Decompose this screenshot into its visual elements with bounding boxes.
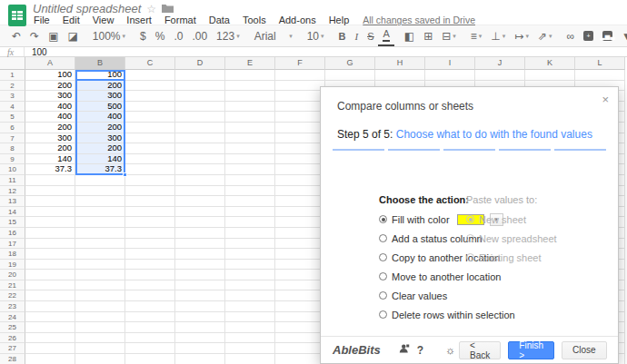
radio-delete-rows-within-selection[interactable]: [379, 310, 387, 319]
cell-A11[interactable]: [25, 175, 75, 186]
cell-F11[interactable]: [275, 175, 325, 186]
cell-A24[interactable]: [25, 312, 75, 323]
cell-D7[interactable]: [175, 133, 225, 144]
cell-A9[interactable]: 140: [25, 154, 75, 165]
cell-B3[interactable]: 300: [75, 91, 125, 102]
cell-A19[interactable]: [25, 260, 75, 271]
cell-C8[interactable]: [125, 143, 175, 154]
cell-D14[interactable]: [175, 207, 225, 218]
cell-B27[interactable]: [75, 343, 125, 354]
cell-F2[interactable]: [275, 81, 325, 92]
cell-F21[interactable]: [275, 280, 325, 291]
cell-F17[interactable]: [275, 239, 325, 250]
cell-C27[interactable]: [125, 343, 175, 354]
cell-A6[interactable]: 200: [25, 123, 75, 133]
cell-B23[interactable]: [75, 301, 125, 312]
cell-F13[interactable]: [275, 196, 325, 207]
cell-E7[interactable]: [225, 133, 275, 144]
row-header-7[interactable]: 7: [0, 133, 25, 144]
strikethrough-button[interactable]: S: [363, 25, 378, 46]
cell-F4[interactable]: [275, 102, 325, 113]
cell-B10[interactable]: 37.3: [75, 164, 125, 175]
bold-button[interactable]: B: [334, 25, 351, 46]
cell-D5[interactable]: [175, 112, 225, 123]
cell-A3[interactable]: 300: [25, 91, 75, 102]
row-header-22[interactable]: 22: [0, 290, 25, 301]
cell-C4[interactable]: [125, 102, 175, 113]
row-header-1[interactable]: 1: [0, 70, 25, 81]
cell-B1[interactable]: 100: [75, 70, 125, 81]
cell-F23[interactable]: [275, 301, 325, 312]
cell-A16[interactable]: [25, 228, 75, 239]
column-header-I[interactable]: I: [425, 57, 475, 70]
cell-E16[interactable]: [225, 228, 275, 239]
cell-D28[interactable]: [175, 354, 225, 364]
cell-A13[interactable]: [25, 196, 75, 207]
cell-E8[interactable]: [225, 143, 275, 154]
cell-C21[interactable]: [125, 280, 175, 291]
cell-D9[interactable]: [175, 154, 225, 165]
cell-A25[interactable]: [25, 322, 75, 333]
fill-color-icon[interactable]: ◧: [400, 25, 419, 46]
cell-L1[interactable]: [575, 70, 625, 81]
select-all-corner[interactable]: [0, 57, 25, 70]
cell-A7[interactable]: 300: [25, 133, 75, 144]
cell-A18[interactable]: [25, 249, 75, 260]
insert-chart-icon[interactable]: ▂▅▃: [598, 25, 617, 46]
finish-button[interactable]: Finish >: [508, 341, 554, 359]
cell-A2[interactable]: 200: [25, 81, 75, 92]
saved-status-link[interactable]: All changes saved in Drive: [363, 15, 475, 25]
folder-icon[interactable]: [162, 2, 174, 15]
cell-F8[interactable]: [275, 143, 325, 154]
cell-C7[interactable]: [125, 133, 175, 144]
cell-E27[interactable]: [225, 343, 275, 354]
cell-E3[interactable]: [225, 91, 275, 102]
radio-clear-values[interactable]: [379, 291, 387, 300]
cell-F6[interactable]: [275, 123, 325, 133]
row-header-28[interactable]: 28: [0, 354, 25, 364]
row-header-2[interactable]: 2: [0, 81, 25, 92]
cell-D15[interactable]: [175, 217, 225, 228]
cell-E10[interactable]: [225, 164, 275, 175]
cell-D8[interactable]: [175, 143, 225, 154]
cell-D18[interactable]: [175, 249, 225, 260]
menu-help[interactable]: Help: [323, 15, 356, 25]
cell-F7[interactable]: [275, 133, 325, 144]
row-header-13[interactable]: 13: [0, 196, 25, 207]
menu-data[interactable]: Data: [203, 15, 236, 25]
redo-icon[interactable]: ↷: [25, 25, 44, 46]
cell-E28[interactable]: [225, 354, 275, 364]
formula-input[interactable]: 100: [24, 47, 627, 56]
cell-D26[interactable]: [175, 333, 225, 344]
cell-C19[interactable]: [125, 260, 175, 271]
row-header-24[interactable]: 24: [0, 312, 25, 323]
cell-F5[interactable]: [275, 112, 325, 123]
column-header-A[interactable]: A: [25, 57, 75, 70]
cell-C11[interactable]: [125, 175, 175, 186]
cell-C23[interactable]: [125, 301, 175, 312]
cell-B24[interactable]: [75, 312, 125, 323]
row-header-8[interactable]: 8: [0, 143, 25, 154]
cell-E15[interactable]: [225, 217, 275, 228]
row-header-15[interactable]: 15: [0, 217, 25, 228]
cell-B21[interactable]: [75, 280, 125, 291]
user-feedback-icon[interactable]: [399, 343, 410, 357]
column-header-F[interactable]: F: [275, 57, 325, 70]
column-header-D[interactable]: D: [175, 57, 225, 70]
cell-B9[interactable]: 140: [75, 154, 125, 165]
radio-add-a-status-column[interactable]: [379, 234, 387, 242]
cell-A23[interactable]: [25, 301, 75, 312]
cell-C13[interactable]: [125, 196, 175, 207]
menu-tools[interactable]: Tools: [236, 15, 273, 25]
cell-E25[interactable]: [225, 322, 275, 333]
cell-C12[interactable]: [125, 186, 175, 197]
cell-C5[interactable]: [125, 112, 175, 123]
cell-F24[interactable]: [275, 312, 325, 323]
cell-F3[interactable]: [275, 91, 325, 102]
cell-C26[interactable]: [125, 333, 175, 344]
cell-C14[interactable]: [125, 207, 175, 218]
cell-F15[interactable]: [275, 217, 325, 228]
insert-comment-icon[interactable]: +: [579, 25, 598, 46]
zoom-button[interactable]: 100%▾: [88, 25, 130, 46]
cell-D20[interactable]: [175, 270, 225, 280]
